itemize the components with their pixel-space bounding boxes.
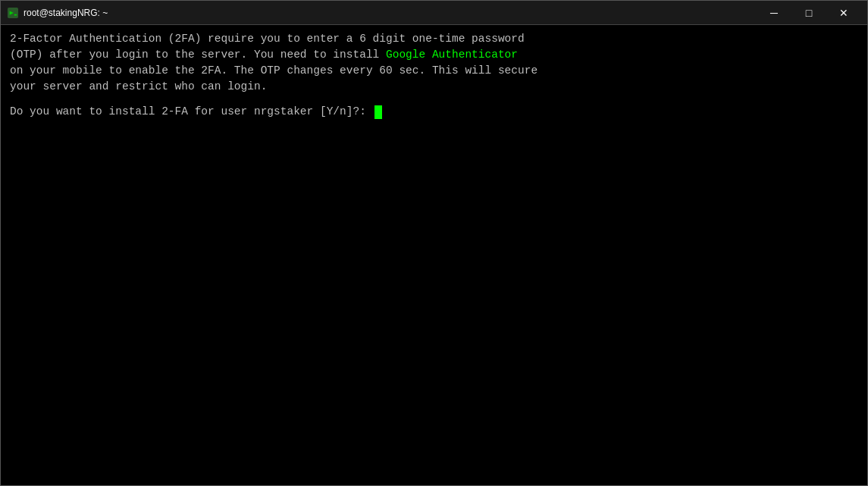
window-title: root@stakingNRG: ~ xyxy=(24,8,108,18)
line1: 2-Factor Authentication (2FA) require yo… xyxy=(10,33,525,45)
prompt-line: Do you want to install 2-FA for user nrg… xyxy=(10,104,858,120)
line4: your server and restrict who can login. xyxy=(10,80,267,92)
close-button[interactable]: ✕ xyxy=(826,1,861,25)
terminal-output: 2-Factor Authentication (2FA) require yo… xyxy=(10,31,858,95)
title-bar: root@stakingNRG: ~ ─ □ ✕ xyxy=(1,1,867,25)
maximize-button[interactable]: □ xyxy=(791,1,826,25)
prompt-text: Do you want to install 2-FA for user nrg… xyxy=(10,104,373,120)
google-authenticator-link: Google Authenticator xyxy=(386,49,518,61)
line3: on your mobile to enable the 2FA. The OT… xyxy=(10,64,537,77)
terminal-icon xyxy=(7,7,19,19)
window-controls: ─ □ ✕ xyxy=(757,1,861,25)
line2-prefix: (OTP) after you login to the server. You… xyxy=(10,49,386,61)
svg-rect-2 xyxy=(14,14,17,15)
minimize-button[interactable]: ─ xyxy=(757,1,791,25)
cursor xyxy=(374,105,382,119)
terminal-window: root@stakingNRG: ~ ─ □ ✕ 2-Factor Authen… xyxy=(0,0,868,486)
terminal-body[interactable]: 2-Factor Authentication (2FA) require yo… xyxy=(1,25,867,485)
title-bar-left: root@stakingNRG: ~ xyxy=(7,7,108,19)
